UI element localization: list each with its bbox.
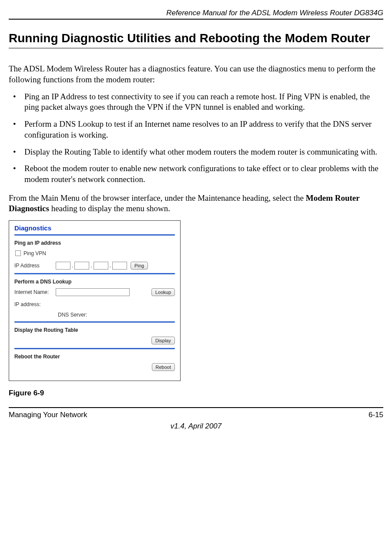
intro-paragraph: The ADSL Modem Wireless Router has a dia… [9,64,383,85]
ip-octet-4[interactable] [112,262,127,270]
navigation-paragraph: From the Main Menu of the browser interf… [9,193,383,214]
ping-section-label: Ping an IP address [14,240,175,246]
divider [14,273,175,274]
dns-ip-row: IP address: [14,300,175,309]
dns-ip-label: IP address: [14,301,56,307]
ip-address-label: IP Address [14,263,56,269]
dns-section-label: Perform a DNS Lookup [14,279,175,285]
page-container: Reference Manual for the ADSL Modem Wire… [0,0,392,444]
internet-name-label: Internet Name: [14,289,56,295]
reboot-row: Reboot [14,362,175,372]
list-item: Perform a DNS Lookup to test if an Inter… [9,119,383,140]
ping-vpn-row: Ping VPN [14,249,175,258]
lookup-button[interactable]: Lookup [151,288,175,296]
internet-name-input[interactable] [56,288,130,296]
ip-address-row: IP Address . . . Ping [14,261,175,270]
divider [14,234,175,236]
running-header: Reference Manual for the ADSL Modem Wire… [9,9,383,20]
feature-list: Ping an IP Address to test connectivity … [9,91,383,185]
reboot-button[interactable]: Reboot [152,363,175,371]
footer-left: Managing Your Network [9,411,87,419]
list-item: Reboot the modem router to enable new ne… [9,163,383,185]
ping-button[interactable]: Ping [131,262,148,270]
ip-octet-2[interactable] [74,262,89,270]
dot-icon: . [90,263,92,269]
display-button[interactable]: Display [151,337,175,344]
figure-caption: Figure 6-9 [9,389,383,398]
dns-server-label: DNS Server: [58,312,175,318]
diag-title: Diagnostics [14,223,175,233]
divider [14,321,175,323]
nav-text-pre: From the Main Menu of the browser interf… [9,193,306,202]
internet-name-row: Internet Name: Lookup [14,287,175,297]
list-item: Ping an IP Address to test connectivity … [9,91,383,113]
section-heading: Running Diagnostic Utilities and Rebooti… [9,30,383,46]
footer-version: v1.4, April 2007 [9,422,383,431]
reboot-section-label: Reboot the Router [14,354,175,360]
footer-right: 6-15 [369,411,383,419]
ping-vpn-checkbox[interactable] [15,250,21,256]
ip-octet-3[interactable] [94,262,108,270]
divider [14,348,175,349]
routing-row: Display [14,336,175,345]
dot-icon: . [72,263,73,269]
page-footer: Managing Your Network 6-15 [9,407,383,419]
routing-section-label: Display the Routing Table [14,327,175,333]
nav-text-post: heading to display the menu shown. [49,204,170,213]
dot-icon: . [110,263,111,269]
ip-octet-1[interactable] [56,262,70,270]
ping-vpn-label: Ping VPN [23,250,46,256]
list-item: Display the Routing Table to identify wh… [9,147,383,158]
heading-underline [9,48,383,48]
diagnostics-screenshot: Diagnostics Ping an IP address Ping VPN … [9,220,181,381]
